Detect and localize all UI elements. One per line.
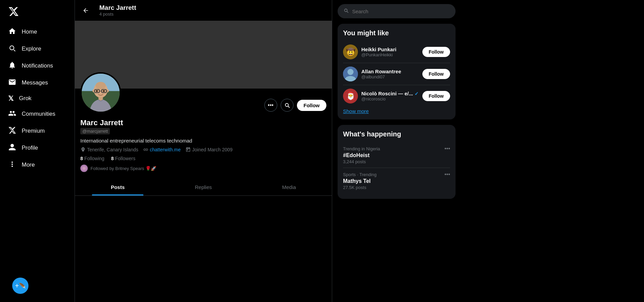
sidebar-label-explore: Explore: [22, 45, 41, 52]
show-more-link[interactable]: Show more: [343, 108, 450, 114]
profile-actions: ••• Follow: [264, 99, 327, 112]
follow-nicolo-button[interactable]: Follow: [422, 91, 450, 101]
profile-location: Tenerife, Canary Islands: [80, 147, 138, 152]
tab-replies[interactable]: Replies: [161, 179, 246, 195]
svg-point-13: [96, 90, 98, 92]
search-input[interactable]: [352, 8, 450, 14]
sidebar-item-notifications[interactable]: Notifications: [4, 58, 71, 74]
profile-topbar-info: Marc Jarrett 4 posts: [99, 4, 136, 17]
sidebar-label-messages: Messages: [22, 79, 48, 86]
suggestion-name-allan: Allan Rowantree: [361, 69, 419, 74]
suggestion-name-heikki: Heikki Punkari: [361, 46, 419, 52]
followed-by-text: Followed by Britney Spears 🌹🚀: [90, 166, 156, 171]
you-might-like-card: You might like 🤠 Heikki Punkari @Punkari…: [338, 24, 456, 119]
suggestion-avatar-nicolo: 🎅: [343, 89, 358, 103]
following-label: Following: [84, 156, 104, 161]
followed-by: Followed by Britney Spears 🌹🚀: [80, 165, 326, 172]
sidebar-item-premium[interactable]: Premium: [4, 123, 71, 139]
suggestion-avatar-allan: [343, 67, 358, 81]
home-icon: [8, 27, 16, 37]
svg-point-5: [96, 82, 106, 89]
trend-meta-1: Trending in Nigeria •••: [343, 146, 450, 152]
followers-count: 8: [111, 156, 114, 161]
search-profile-button[interactable]: [281, 99, 294, 112]
premium-post-button[interactable]: +🪶: [12, 278, 28, 294]
svg-point-17: [347, 69, 354, 75]
trend-item: Sports · Trending ••• Mathys Tel 27.5K p…: [343, 168, 450, 193]
svg-point-14: [103, 90, 105, 92]
mail-icon: [8, 78, 16, 88]
tab-posts[interactable]: Posts: [75, 179, 161, 195]
suggestion-item: 🤠 Heikki Punkari @PunkariHeikki Follow: [343, 41, 450, 63]
follower-avatar: [80, 165, 88, 172]
suggestion-name-nicolo: Nicolò Roscini — e/... ✓: [361, 91, 419, 96]
trend-item: Trending in Nigeria ••• #EdoHeist 3,244 …: [343, 142, 450, 168]
joined-text: Joined March 2009: [192, 147, 233, 152]
suggestion-info-allan: Allan Rowantree @albundi07: [361, 69, 419, 79]
suggestion-info-heikki: Heikki Punkari @PunkariHeikki: [361, 46, 419, 57]
profile-tabs: Posts Replies Media: [75, 179, 332, 196]
sidebar-item-grok[interactable]: 𝕏 Grok: [4, 92, 71, 105]
sidebar-item-explore[interactable]: Explore: [4, 41, 71, 57]
sidebar-label-home: Home: [22, 29, 37, 35]
trend-more-button-1[interactable]: •••: [444, 146, 450, 152]
back-button[interactable]: [80, 5, 91, 16]
verified-badge: ✓: [415, 91, 419, 96]
tab-media[interactable]: Media: [246, 179, 332, 195]
profile-topbar-posts: 4 posts: [99, 12, 136, 17]
follow-button[interactable]: Follow: [297, 100, 327, 111]
sidebar-label-notifications: Notifications: [22, 62, 53, 69]
profile-topbar-name: Marc Jarrett: [99, 4, 136, 12]
suggestion-info-nicolo: Nicolò Roscini — e/... ✓ @nicoroscio: [361, 91, 419, 101]
trend-name-1[interactable]: #EdoHeist: [343, 152, 450, 158]
sidebar-label-profile: Profile: [22, 145, 38, 151]
followers-stat[interactable]: 8 Followers: [111, 156, 136, 161]
follow-heikki-button[interactable]: Follow: [422, 47, 450, 57]
website-link[interactable]: chatterwith.me: [150, 147, 181, 152]
profile-name: Marc Jarrett: [80, 118, 326, 127]
sidebar-label-communities: Communities: [22, 111, 55, 117]
suggestion-handle-nicolo: @nicoroscio: [361, 96, 419, 101]
sidebar-item-messages[interactable]: Messages: [4, 75, 71, 91]
profile-website[interactable]: chatterwith.me: [143, 147, 181, 152]
profile-topbar: Marc Jarrett 4 posts: [75, 0, 332, 21]
follow-allan-button[interactable]: Follow: [422, 69, 450, 79]
suggestion-handle-allan: @albundi07: [361, 74, 419, 79]
communities-icon: [8, 109, 16, 119]
whats-happening-title: What's happening: [343, 130, 450, 138]
trend-count-2: 27.5K posts: [343, 185, 450, 190]
profile-avatar-row: ••• Follow: [75, 68, 332, 117]
you-might-like-title: You might like: [343, 29, 450, 37]
search-bar[interactable]: [338, 4, 456, 18]
more-options-button[interactable]: •••: [264, 99, 277, 112]
sidebar-item-more[interactable]: More: [4, 157, 71, 173]
bell-icon: [8, 61, 16, 71]
trend-meta-2: Sports · Trending •••: [343, 171, 450, 177]
sidebar: Home Explore Notifications Messages 𝕏 Gr…: [0, 0, 75, 302]
profile-handle-badge: @marcjarrett: [80, 128, 326, 134]
location-text: Tenerife, Canary Islands: [87, 147, 138, 152]
sidebar-item-profile[interactable]: Profile: [4, 140, 71, 156]
following-stat[interactable]: 8 Following: [80, 156, 104, 161]
trend-count-1: 3,244 posts: [343, 159, 450, 164]
search-icon: [343, 8, 349, 15]
suggestion-handle-heikki: @PunkariHeikki: [361, 52, 419, 57]
profile-meta: Tenerife, Canary Islands chatterwith.me …: [80, 147, 326, 152]
sidebar-item-communities[interactable]: Communities: [4, 106, 71, 122]
trend-more-button-2[interactable]: •••: [444, 171, 450, 177]
search-icon: [8, 44, 16, 54]
person-icon: [8, 143, 16, 153]
suggestion-item: 🎅 Nicolò Roscini — e/... ✓ @nicoroscio F…: [343, 85, 450, 107]
sidebar-logo[interactable]: [4, 3, 23, 22]
main-content: Marc Jarrett 4 posts: [75, 0, 332, 302]
grok-icon: 𝕏: [8, 95, 14, 102]
profile-handle: @marcjarrett: [80, 128, 110, 134]
sidebar-item-home[interactable]: Home: [4, 24, 71, 40]
followers-label: Followers: [115, 156, 136, 161]
profile-bio: International entrepreneurial telecoms t…: [80, 138, 326, 144]
trend-name-2[interactable]: Mathys Tel: [343, 178, 450, 184]
premium-x-icon: [8, 126, 16, 136]
avatar: [80, 72, 121, 113]
following-count: 8: [80, 156, 83, 161]
profile-joined: Joined March 2009: [185, 147, 233, 152]
